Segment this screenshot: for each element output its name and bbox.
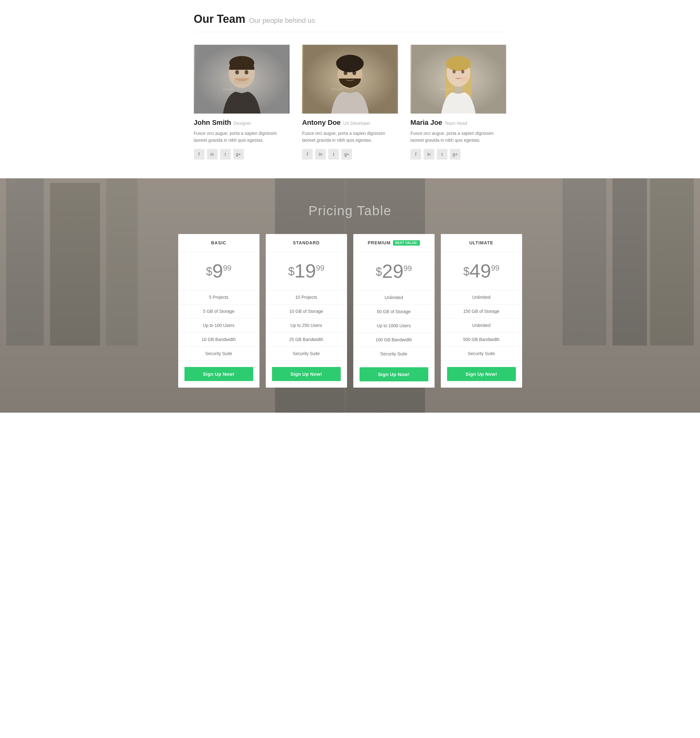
plan-price-3: $4999 (441, 252, 522, 290)
member-role-2: Team Head (444, 121, 467, 126)
plan-feature-1-1: 10 GB of Storage (266, 304, 347, 318)
svg-point-3 (235, 70, 239, 74)
googleplus-icon[interactable]: g+ (341, 149, 352, 159)
member-bio-0: Fusce orci augue, porta a sapien digniss… (194, 130, 290, 144)
plan-feature-3-3: 500 GB Bandwidth (441, 333, 522, 347)
plan-feature-0-1: 5 GB of Storage (178, 304, 259, 318)
linkedin-icon[interactable]: in (315, 149, 326, 159)
svg-point-4 (244, 70, 248, 74)
plan-feature-2-4: Security Suite (353, 347, 435, 361)
pricing-grid: BASIC$9995 Projects5 GB of StorageUp to … (178, 234, 522, 387)
signup-button-2[interactable]: Sign Up Now! (360, 367, 428, 382)
team-section: Our Team Our people behind us #envato Jo… (175, 0, 525, 178)
svg-point-15 (355, 62, 362, 69)
plan-cta-3: Sign Up Now! (441, 361, 522, 387)
svg-point-16 (344, 71, 347, 75)
team-member-2: #envato Maria JoeTeam HeadFusce orci aug… (410, 45, 506, 159)
svg-point-25 (461, 70, 464, 74)
plan-feature-0-0: 5 Projects (178, 290, 259, 304)
member-bio-1: Fusce orci augue, porta a sapien digniss… (302, 130, 398, 144)
plan-name-0: BASIC (178, 234, 259, 252)
pricing-card-1: STANDARD$199910 Projects10 GB of Storage… (266, 234, 347, 387)
plan-name-1: STANDARD (266, 234, 347, 252)
team-title: Our Team (194, 13, 246, 26)
plan-feature-3-0: Unlimited (441, 290, 522, 304)
member-role-0: Designer (234, 121, 251, 126)
plan-feature-3-4: Security Suite (441, 347, 522, 361)
plan-feature-0-4: Security Suite (178, 347, 259, 361)
member-name-2: Maria Joe (410, 119, 443, 127)
svg-text:#envato: #envato (223, 87, 234, 91)
plan-price-0: $999 (178, 252, 259, 290)
member-name-1: Antony Doe (302, 119, 340, 127)
plan-feature-2-0: Unlimited (353, 291, 435, 305)
member-photo-2: #envato (410, 45, 506, 113)
signup-button-1[interactable]: Sign Up Now! (272, 367, 341, 381)
plan-feature-3-2: Unlimited (441, 318, 522, 333)
plan-price-2: $2999 (353, 252, 435, 291)
svg-rect-30 (9, 178, 16, 183)
linkedin-icon[interactable]: in (424, 149, 434, 159)
facebook-icon[interactable]: f (194, 149, 204, 159)
plan-feature-0-2: Up to 100 Users (178, 318, 259, 333)
team-header: Our Team Our people behind us (194, 13, 506, 32)
twitter-icon[interactable]: t (220, 149, 231, 159)
plan-feature-1-4: Security Suite (266, 347, 347, 361)
plan-cta-1: Sign Up Now! (266, 361, 347, 387)
team-member-0: #envato John SmithDesignerFusce orci aug… (194, 45, 290, 159)
team-grid: #envato John SmithDesignerFusce orci aug… (194, 45, 506, 159)
member-photo-0: #envato (194, 45, 290, 113)
plan-price-1: $1999 (266, 252, 347, 290)
plan-cta-2: Sign Up Now! (353, 361, 435, 387)
member-social-1: fintg+ (302, 149, 398, 159)
member-role-1: UX Developer (343, 121, 371, 126)
plan-feature-0-3: 10 GB Bandwidth (178, 333, 259, 347)
linkedin-icon[interactable]: in (207, 149, 218, 159)
svg-point-5 (233, 77, 250, 84)
member-social-0: fintg+ (194, 149, 290, 159)
best-value-badge: BEST VALUE! (393, 240, 419, 246)
member-social-2: fintg+ (410, 149, 506, 159)
signup-button-3[interactable]: Sign Up Now! (447, 367, 516, 381)
plan-cta-0: Sign Up Now! (178, 361, 259, 387)
svg-text:#envato: #envato (331, 87, 342, 91)
facebook-icon[interactable]: f (410, 149, 421, 159)
member-photo-1: #envato (302, 45, 398, 113)
plan-feature-1-2: Up to 250 Users (266, 318, 347, 333)
pricing-section: Pricing Table BASIC$9995 Projects5 GB of… (0, 178, 700, 412)
plan-feature-1-0: 10 Projects (266, 290, 347, 304)
svg-point-17 (352, 71, 356, 75)
googleplus-icon[interactable]: g+ (450, 149, 460, 159)
svg-text:#envato: #envato (440, 87, 450, 91)
plan-feature-2-1: 50 GB of Storage (353, 305, 435, 319)
plan-feature-3-1: 150 GB of Storage (441, 304, 522, 318)
plan-feature-2-3: 100 GB Bandwidth (353, 333, 435, 347)
twitter-icon[interactable]: t (328, 149, 339, 159)
twitter-icon[interactable]: t (437, 149, 447, 159)
plan-feature-2-2: Up to 1000 Users (353, 319, 435, 333)
plan-feature-1-3: 25 GB Bandwidth (266, 333, 347, 347)
team-subtitle: Our people behind us (249, 16, 315, 25)
member-name-0: John Smith (194, 119, 231, 127)
member-bio-2: Fusce orci augue, porta a sapien digniss… (410, 130, 506, 144)
plan-name-3: ULTIMATE (441, 234, 522, 252)
pricing-card-3: ULTIMATE$4999Unlimited150 GB of StorageU… (441, 234, 522, 387)
pricing-card-0: BASIC$9995 Projects5 GB of StorageUp to … (178, 234, 259, 387)
googleplus-icon[interactable]: g+ (233, 149, 244, 159)
pricing-title: Pricing Table (19, 203, 681, 218)
pricing-card-2: PREMIUMBEST VALUE!$2999Unlimited50 GB of… (353, 234, 435, 387)
plan-name-2: PREMIUMBEST VALUE! (353, 234, 435, 252)
svg-point-24 (452, 70, 456, 74)
team-member-1: #envato Antony DoeUX DeveloperFusce orci… (302, 45, 398, 159)
signup-button-0[interactable]: Sign Up Now! (184, 367, 253, 381)
facebook-icon[interactable]: f (302, 149, 313, 159)
